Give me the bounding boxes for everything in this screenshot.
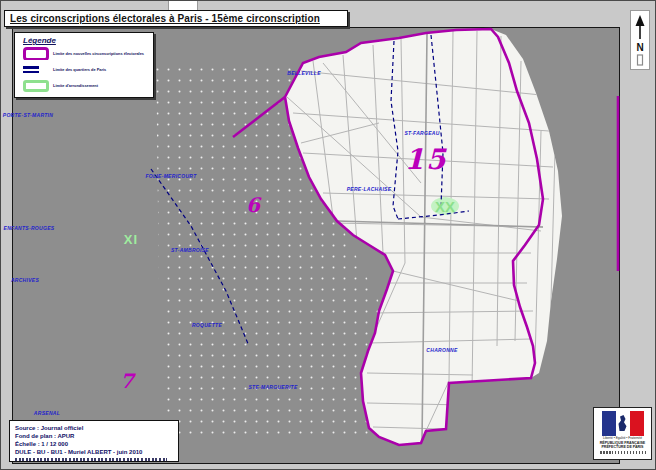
quartier-label: ROQUETTE (192, 322, 222, 328)
legend-title: Légende (23, 36, 153, 45)
quartier-label: PERE-LACHAISE (347, 186, 392, 192)
legend-item-label: Limite d'arrondissement (53, 83, 98, 88)
quartier-label: ST-FARGEAU (404, 130, 439, 136)
quartier-label: ST-AMBROISE (171, 247, 209, 253)
legend-item-label: Limite des nouvelles circonscriptions él… (53, 51, 144, 56)
quartier-label: ARSENAL (34, 410, 60, 416)
source-line: Échelle : 1 / 12 000 (15, 440, 178, 448)
french-flag-icon (602, 411, 644, 436)
source-line: Source : Journal officiel (15, 424, 178, 432)
arrondissement-boundary-swatch (23, 80, 49, 92)
legend-box: Légende Limite des nouvelles circonscrip… (14, 32, 154, 98)
quartier-label: ENFANTS-ROUGES (4, 225, 55, 231)
source-box: Source : Journal officiel Fond de plan :… (9, 420, 179, 462)
quartier-label: PORTE-ST-MARTIN (3, 112, 53, 118)
title-box: Les circonscriptions électorales à Paris… (4, 10, 348, 27)
source-line: DULE - BU - BU1 - Muriel ALBERT - juin 2… (15, 448, 178, 456)
quartier-label: FOLIE-MERICOURT (145, 173, 196, 179)
quartier-boundary-swatch (23, 66, 39, 73)
circonscription-boundary-swatch (23, 47, 49, 60)
map-sheet: Les circonscriptions électorales à Paris… (0, 0, 656, 470)
quartier-label: CHARONNE (426, 347, 457, 353)
north-arrow: N (630, 10, 650, 70)
source-fineprint (15, 458, 167, 461)
arrondissement-number: XX (435, 198, 455, 215)
quartier-label: STE-MARGUERITE (248, 384, 297, 390)
arrondissement-number: XI (124, 232, 138, 247)
north-label: N (636, 42, 643, 53)
quartier-label: BELLEVILLE (287, 70, 321, 76)
legend-item-label: Limite des quartiers de Paris (53, 67, 106, 72)
quartier-label: ARCHIVES (11, 277, 39, 283)
logo-prefecture: PRÉFECTURE DE PARIS (601, 445, 643, 450)
legend-item-quartier: Limite des quartiers de Paris (23, 63, 153, 76)
prefecture-logo-box: Liberté • Égalité • Fraternité RÉPUBLIQU… (593, 407, 652, 460)
legend-item-arrondissement: Limite d'arrondissement (23, 79, 153, 92)
circonscription-number: 6 (246, 193, 260, 217)
circonscription-number: 15 (405, 143, 448, 176)
source-line: Fond de plan : APUR (15, 432, 178, 440)
circonscription-number: 7 (120, 369, 134, 393)
legend-item-circonscription: Limite des nouvelles circonscriptions él… (23, 47, 153, 60)
logo-fineprint (600, 451, 646, 454)
page-title: Les circonscriptions électorales à Paris… (10, 13, 320, 24)
